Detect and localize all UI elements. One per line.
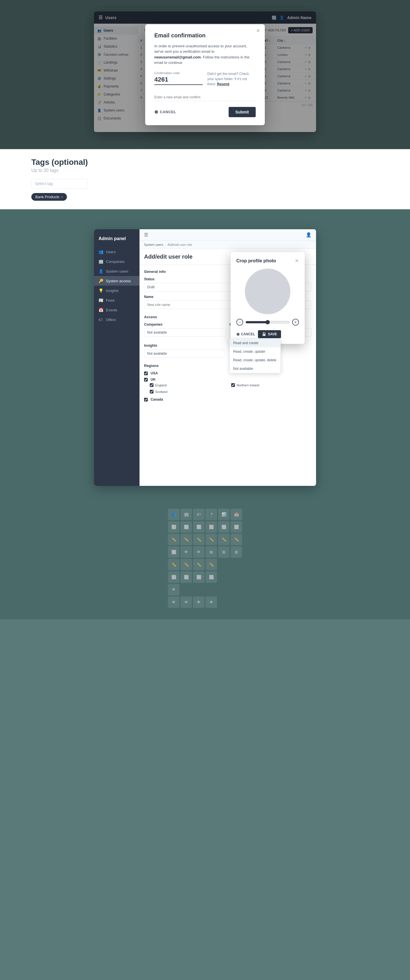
icon-cell[interactable]: ⊞ [231,546,242,558]
icon-cell[interactable]: ✏️ [206,559,217,570]
modal-title: Email confirmation [154,32,256,39]
nav-label-system-access: System access [106,279,131,283]
nav-item-feed[interactable]: 📰 Feed [94,295,139,305]
nav-item-events[interactable]: 📅 Events [94,305,139,315]
crop-save-button[interactable]: 💾 SAVE [258,330,281,338]
icon-cell [231,571,242,583]
icon-cell [231,597,242,608]
icon-cell[interactable]: ⬜ [206,521,217,533]
section-admin-panel: Admin panel 👥 Users 🏢 Companies 👤 System… [0,218,410,503]
icon-cell[interactable]: 📅 [231,509,242,520]
uk-checkbox[interactable] [144,378,148,382]
icon-cell[interactable]: 👁 [168,584,179,595]
scotland-checkbox[interactable] [150,390,154,393]
regions-section: Regions USA UK [144,364,312,401]
email-confirmation-modal: ✕ Email confirmation In order to prevent… [145,24,265,125]
icon-cell[interactable]: ✏️ [231,534,242,545]
dropdown-item-read-create-update-delete[interactable]: Read, create, update, delete [230,356,280,364]
icon-cell[interactable]: ⊞ [218,546,230,558]
icon-cell[interactable]: 🏢 [180,509,192,520]
regions-label: Regions [144,364,312,368]
nav-item-users[interactable]: 👥 Users [94,247,139,257]
icon-cell[interactable]: ⊞ [206,546,217,558]
nav-item-companies[interactable]: 🏢 Companies [94,257,139,266]
icon-cell[interactable]: ✏️ [180,559,192,570]
zoom-in-button[interactable]: + [292,319,299,326]
icon-cell[interactable]: ✏️ [218,534,230,545]
icon-cell[interactable]: 📊 [218,509,230,520]
dropdown-item-read-create[interactable]: Read and create [230,339,280,347]
icon-grid-section: 👥🏢🏷🔭📊📅⬜⬜⬜⬜⬜⬜✏️✏️✏️✏️✏️✏️⬜👁👁⊞⊞⊞✏️✏️✏️✏️⬜⬜… [0,503,410,619]
icon-cell[interactable]: ⬜ [180,571,192,583]
icon-cell[interactable]: ⬜ [231,521,242,533]
dropdown-item-read-create-update[interactable]: Read, create, update [230,347,280,356]
icon-cell[interactable]: ✏️ [206,534,217,545]
icon-cell[interactable]: ✏️ [193,534,204,545]
tag-input-wrapper[interactable]: Select tag [31,179,88,188]
canada-checkbox[interactable] [144,398,148,401]
icon-cell[interactable]: ✏️ [180,534,192,545]
breadcrumb-current: Add/edit user role [168,243,192,247]
icon-cell[interactable]: 👁 [206,597,217,608]
icon-cell[interactable]: 🏷 [193,509,204,520]
nav-item-insights[interactable]: 💡 Insights [94,286,139,295]
icon-cell[interactable]: ⬜ [218,521,230,533]
companies-select[interactable]: Not available Read only Read and create … [144,328,226,337]
insights-select[interactable]: Not available Read only Read and create [144,349,224,358]
hamburger-icon-2[interactable]: ☰ [144,232,148,237]
cancel-button[interactable]: ⊗ CANCEL [154,109,176,115]
nav-item-system-users[interactable]: 👤 System users [94,266,139,276]
submit-button[interactable]: Submit [229,107,256,117]
icon-cell[interactable]: 👁 [168,597,179,608]
resend-link[interactable]: Resend [217,82,229,86]
icon-cell[interactable]: 👥 [168,509,179,520]
breadcrumb-system-link[interactable]: System users [144,243,163,247]
icon-cell[interactable]: ⬜ [180,521,192,533]
england-checkbox[interactable] [150,383,154,387]
icon-cell[interactable]: ✏️ [193,559,204,570]
zoom-out-button[interactable]: − [236,319,243,326]
code-value: 4261 [154,76,203,85]
nav-item-offers[interactable]: 🏷 Offers [94,315,139,325]
crop-slider[interactable] [245,320,290,325]
remove-tag-button[interactable]: × [61,195,63,199]
icon-cell[interactable]: 🔭 [206,509,217,520]
nav-feed-icon: 📰 [98,298,103,302]
modal-overlay: ✕ Email confirmation In order to prevent… [0,0,410,149]
icon-cell[interactable]: ⬜ [168,546,179,558]
dropdown-item-not-available[interactable]: Not available [230,364,280,373]
new-email-input[interactable] [154,94,256,101]
modal-email: newuseremail@gmail.com [154,55,201,59]
nav-users-icon: 👥 [98,250,103,254]
modal-close-button[interactable]: ✕ [256,28,260,34]
icon-cell[interactable]: ✏️ [168,559,179,570]
icon-cell[interactable]: ⬜ [193,521,204,533]
northern-ireland-checkbox[interactable] [231,383,235,387]
crop-modal-header: Crop profile photo ✕ [236,258,299,264]
region-uk: UK England Northern Ireland [144,377,312,395]
scotland-label: Scotland [155,390,168,393]
companies-label: Companies [144,323,226,326]
icon-cell[interactable]: ⬜ [168,571,179,583]
breadcrumb-container: System users › Add/edit user role [144,243,312,247]
usa-label: USA [150,371,158,375]
icon-cell[interactable]: 👁 [193,597,204,608]
modal-fields: Confirmation code 4261 Didn't get the em… [154,71,256,87]
crop-close-button[interactable]: ✕ [295,258,299,264]
icon-cell[interactable]: 👁 [180,597,192,608]
tags-section: Tags (optional) Up to 30 tags Select tag… [0,149,410,209]
icon-cell[interactable]: ⬜ [206,571,217,583]
admin-panel-window: Admin panel 👥 Users 🏢 Companies 👤 System… [94,229,316,486]
usa-checkbox[interactable] [144,372,148,375]
icon-cell[interactable]: ⬜ [193,571,204,583]
crop-cancel-button[interactable]: ⊗ CANCEL [236,332,255,336]
breadcrumb-separator: › [165,243,166,247]
usa-checkbox-item: USA [144,371,312,375]
icon-cell[interactable]: ⬜ [168,521,179,533]
icon-cell[interactable]: 👁 [180,546,192,558]
tag-select-input[interactable]: Select tag [31,179,88,188]
icon-cell[interactable]: ✏️ [168,534,179,545]
icon-cell[interactable]: 👁 [193,546,204,558]
users-dropdown: Read and create Read, create, update Rea… [230,339,281,373]
nav-item-system-access[interactable]: 🔑 System access [94,276,139,286]
